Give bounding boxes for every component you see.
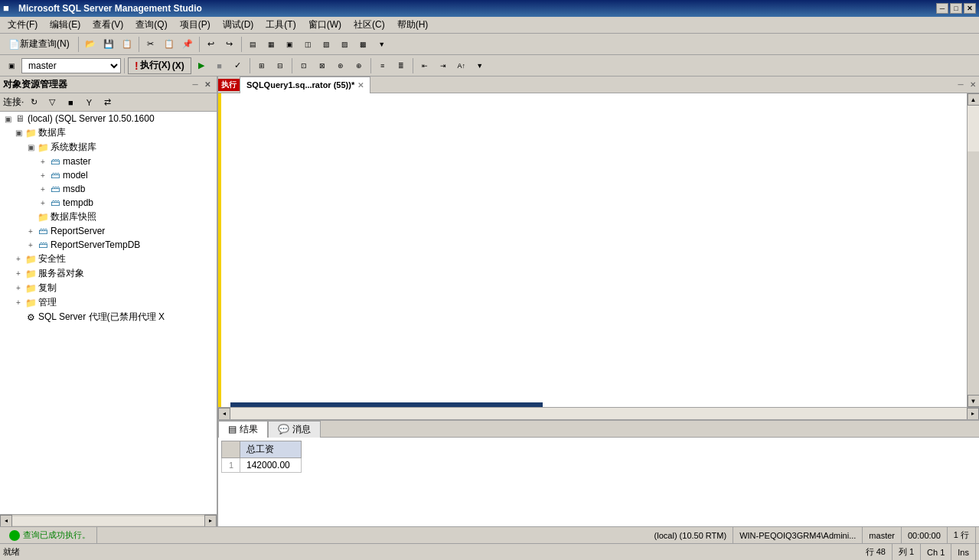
vscroll-down[interactable]: ▼ bbox=[968, 395, 980, 407]
result-tab-icon: ▤ bbox=[228, 424, 237, 435]
master-db-icon: 🗃 bbox=[49, 155, 61, 168]
stop-button[interactable]: ■ bbox=[62, 94, 79, 111]
maximize-button[interactable]: □ bbox=[950, 3, 962, 14]
replication-label: 复制 bbox=[38, 282, 57, 295]
btn-b[interactable]: ⊟ bbox=[272, 57, 289, 74]
btn-d[interactable]: ⊠ bbox=[314, 57, 331, 74]
btn-a[interactable]: ⊞ bbox=[253, 57, 270, 74]
row-num-header bbox=[222, 441, 240, 458]
btn-h[interactable]: ≣ bbox=[393, 57, 410, 74]
btn2[interactable]: ▦ bbox=[263, 36, 280, 53]
undo-button[interactable]: ↩ bbox=[203, 36, 220, 53]
new-query-button[interactable]: 📄 新建查询(N) bbox=[3, 36, 75, 53]
menu-tools[interactable]: 工具(T) bbox=[259, 17, 302, 33]
editor-pin-button[interactable]: ─ bbox=[955, 79, 967, 91]
message-tab-label: 消息 bbox=[292, 423, 311, 436]
dropdown-arrow2[interactable]: ▼ bbox=[472, 57, 488, 74]
debug-stop[interactable]: ■ bbox=[211, 57, 228, 74]
menu-file[interactable]: 文件(F) bbox=[2, 17, 44, 33]
tree-node-agent[interactable]: ⚙ SQL Server 代理(已禁用代理 X bbox=[0, 310, 217, 324]
debug-start[interactable]: ▶ bbox=[193, 57, 210, 74]
execute-button[interactable]: ! 执行(X) (X) bbox=[128, 57, 191, 74]
title-bar: ■ Microsoft SQL Server Management Studio… bbox=[0, 0, 979, 17]
hscroll-right[interactable]: ▸ bbox=[204, 515, 217, 527]
cut-button[interactable]: ✂ bbox=[142, 36, 159, 53]
tab-close-icon[interactable]: ✕ bbox=[357, 81, 364, 90]
tree-node-management[interactable]: + 📁 管理 bbox=[0, 295, 217, 310]
open-file-button[interactable]: 📂 bbox=[82, 36, 99, 53]
btn-c[interactable]: ⊡ bbox=[295, 57, 312, 74]
menu-help[interactable]: 帮助(H) bbox=[391, 17, 435, 33]
editor-hscroll-right[interactable]: ▸ bbox=[967, 408, 979, 420]
editor-close-button[interactable]: ✕ bbox=[967, 79, 979, 91]
btn5[interactable]: ▧ bbox=[318, 36, 335, 53]
tree-node-server[interactable]: ▣ 🖥 (local) (SQL Server 10.50.1600 bbox=[0, 112, 217, 125]
save-all-button[interactable]: 📋 bbox=[119, 36, 135, 53]
result-tab-results[interactable]: ▤ 结果 bbox=[218, 421, 268, 438]
dropdown-arrow[interactable]: ▼ bbox=[374, 36, 390, 53]
menu-project[interactable]: 项目(P) bbox=[174, 17, 217, 33]
server-objects-label: 服务器对象 bbox=[38, 267, 84, 280]
btn-e[interactable]: ⊛ bbox=[332, 57, 349, 74]
tempdb-label: tempdb bbox=[63, 197, 93, 208]
btn3[interactable]: ▣ bbox=[282, 36, 299, 53]
object-explorer-toggle[interactable]: ▣ bbox=[3, 57, 20, 74]
result-tabs: ▤ 结果 💬 消息 bbox=[218, 421, 979, 438]
tree-node-model[interactable]: + 🗃 model bbox=[0, 168, 217, 182]
editor-tab-main[interactable]: SQLQuery1.sq...rator (55))* ✕ bbox=[240, 77, 370, 93]
redo-button[interactable]: ↪ bbox=[221, 36, 238, 53]
tree-node-snapshots[interactable]: 📁 数据库快照 bbox=[0, 210, 217, 224]
save-button[interactable]: 💾 bbox=[100, 36, 117, 53]
btn-f[interactable]: ⊕ bbox=[351, 57, 367, 74]
filter-button[interactable]: ▽ bbox=[44, 94, 60, 111]
btn-i[interactable]: ⇤ bbox=[416, 57, 433, 74]
refresh-button[interactable]: ↻ bbox=[25, 94, 42, 111]
script-button[interactable]: Y bbox=[80, 94, 97, 111]
sync-button[interactable]: ⇄ bbox=[99, 94, 116, 111]
menu-community[interactable]: 社区(C) bbox=[348, 17, 391, 33]
close-panel-button[interactable]: ✕ bbox=[201, 79, 214, 91]
tree-node-reportserver[interactable]: + 🗃 ReportServer bbox=[0, 224, 217, 238]
tree-node-replication[interactable]: + 📁 复制 bbox=[0, 281, 217, 295]
database-selector[interactable]: master bbox=[21, 58, 121, 73]
minimize-button[interactable]: ─ bbox=[936, 3, 948, 14]
sql-statement[interactable]: select SUM(基本工资) AS 总工资 from [工资表] bbox=[230, 402, 543, 407]
btn-g[interactable]: ≡ bbox=[374, 57, 391, 74]
copy-button[interactable]: 📋 bbox=[161, 36, 178, 53]
vscroll-up[interactable]: ▲ bbox=[968, 93, 980, 106]
tree-node-reportservertempdb[interactable]: + 🗃 ReportServerTempDB bbox=[0, 238, 217, 252]
editor-hscroll-track[interactable] bbox=[230, 408, 967, 420]
vscroll-track[interactable] bbox=[968, 106, 980, 151]
btn-k[interactable]: A↑ bbox=[453, 57, 470, 74]
btn6[interactable]: ▨ bbox=[337, 36, 354, 53]
paste-button[interactable]: 📌 bbox=[179, 36, 196, 53]
pin-button[interactable]: ─ bbox=[189, 79, 201, 91]
btn-j[interactable]: ⇥ bbox=[435, 57, 452, 74]
tree-node-server-objects[interactable]: + 📁 服务器对象 bbox=[0, 266, 217, 281]
btn1[interactable]: ▤ bbox=[245, 36, 262, 53]
menu-window[interactable]: 窗口(W) bbox=[302, 17, 348, 33]
btn4[interactable]: ◫ bbox=[300, 36, 317, 53]
tree-node-msdb[interactable]: + 🗃 msdb bbox=[0, 182, 217, 196]
expander-system-dbs: ▣ bbox=[24, 142, 37, 154]
reportserver-label: ReportServer bbox=[51, 226, 105, 236]
close-button[interactable]: ✕ bbox=[964, 3, 976, 14]
menu-view[interactable]: 查看(V) bbox=[86, 17, 129, 33]
sql-editor[interactable]: select SUM(基本工资) AS 总工资 from [工资表] bbox=[218, 93, 967, 407]
tree-node-system-dbs[interactable]: ▣ 📁 系统数据库 bbox=[0, 140, 217, 155]
result-tab-messages[interactable]: 💬 消息 bbox=[268, 421, 321, 438]
menu-query[interactable]: 查询(Q) bbox=[129, 17, 173, 33]
editor-hscroll-left[interactable]: ◂ bbox=[218, 408, 230, 420]
tree-node-master[interactable]: + 🗃 master bbox=[0, 155, 217, 168]
btn7[interactable]: ▩ bbox=[355, 36, 372, 53]
tree-node-databases[interactable]: ▣ 📁 数据库 bbox=[0, 125, 217, 140]
tree-node-security[interactable]: + 📁 安全性 bbox=[0, 252, 217, 266]
parse-button[interactable]: ✓ bbox=[230, 57, 246, 74]
hscroll-left[interactable]: ◂ bbox=[0, 515, 12, 527]
menu-edit[interactable]: 编辑(E) bbox=[44, 17, 86, 33]
tree-node-tempdb[interactable]: + 🗃 tempdb bbox=[0, 196, 217, 210]
editor-vscroll[interactable]: ▲ ▼ bbox=[967, 93, 979, 407]
editor-hscroll[interactable]: ◂ ▸ bbox=[218, 407, 979, 419]
menu-debug[interactable]: 调试(D) bbox=[217, 17, 260, 33]
sidebar-hscroll[interactable]: ◂ ▸ bbox=[0, 514, 217, 526]
